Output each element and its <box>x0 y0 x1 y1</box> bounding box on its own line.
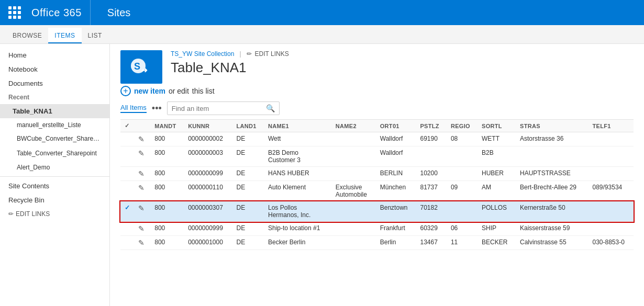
cell-name1: B2B Demo Customer 3 <box>264 146 331 167</box>
cell-name2 <box>331 132 376 146</box>
col-telf1[interactable]: TELF1 <box>589 120 634 132</box>
cell-telf1 <box>589 132 634 146</box>
table-row: ✎8000000001000DEBecker BerlinBerlin13467… <box>120 236 634 250</box>
row-edit[interactable]: ✎ <box>134 167 150 181</box>
row-check[interactable] <box>120 146 134 167</box>
cell-mandt: 800 <box>150 222 184 236</box>
cell-pstlz <box>416 146 446 167</box>
cell-sortl: WETT <box>478 132 516 146</box>
sidebar-item-alert-demo[interactable]: Alert_Demo <box>0 161 109 174</box>
col-stras[interactable]: STRAS <box>516 120 589 132</box>
sidebar-item-notebook[interactable]: Notebook <box>0 62 109 76</box>
cell-ort01: Benztown <box>376 201 416 222</box>
row-check[interactable] <box>120 167 134 181</box>
sidebar-item-table-kna1[interactable]: Table_KNA1 <box>0 104 109 118</box>
tab-list[interactable]: LIST <box>82 28 108 43</box>
tab-items[interactable]: ITEMS <box>48 28 81 43</box>
row-edit[interactable]: ✎ <box>134 132 150 146</box>
sidebar-item-recycle-bin[interactable]: Recycle Bin <box>0 193 109 207</box>
cell-mandt: 800 <box>150 236 184 250</box>
cell-regio: 09 <box>447 181 478 201</box>
title-section: TS_YW Site Collection | ✏ EDIT LINKS Tab… <box>171 50 289 82</box>
app-logo: Office 365 <box>31 0 91 25</box>
col-name1[interactable]: NAME1 <box>264 120 331 132</box>
sidebar: Home Notebook Documents Recent Table_KNA… <box>0 44 110 306</box>
cell-pstlz: 69190 <box>416 132 446 146</box>
data-table: ✓ MANDT KUNNR LAND1 NAME1 NAME2 ORT01 PS… <box>120 119 634 250</box>
row-check[interactable]: ✓ <box>120 201 134 222</box>
breadcrumb-site[interactable]: TS_YW Site Collection <box>171 50 234 58</box>
sharepoint-logo: S ➜ <box>120 50 162 84</box>
sidebar-item-bwcube[interactable]: BWCube_Converter_Sharepoint <box>0 132 109 146</box>
row-edit[interactable]: ✎ <box>134 201 150 222</box>
cell-mandt: 800 <box>150 181 184 201</box>
tab-browse[interactable]: BROWSE <box>6 28 48 43</box>
cell-name1: Ship-to location #1 <box>264 222 331 236</box>
search-button[interactable]: 🔍 <box>262 102 279 115</box>
col-mandt[interactable]: MANDT <box>150 120 184 132</box>
edit-this-list-link[interactable]: this list <box>192 87 215 95</box>
cell-ort01: Berlin <box>376 236 416 250</box>
cell-kunnr: 0000000999 <box>184 222 232 236</box>
cell-mandt: 800 <box>150 167 184 181</box>
checkbox-all[interactable]: ✓ <box>125 122 129 129</box>
cell-kunnr: 0000001000 <box>184 236 232 250</box>
sidebar-item-site-contents[interactable]: Site Contents <box>0 179 109 193</box>
cell-kunnr: 0000000003 <box>184 146 232 167</box>
col-pstlz[interactable]: PSTLZ <box>416 120 446 132</box>
cell-land1: DE <box>232 132 264 146</box>
row-edit[interactable]: ✎ <box>134 181 150 201</box>
table-row: ✎8000000000999DEShip-to location #1Frank… <box>120 222 634 236</box>
col-land1[interactable]: LAND1 <box>232 120 264 132</box>
col-regio[interactable]: REGIO <box>447 120 478 132</box>
cell-name2 <box>331 222 376 236</box>
row-check[interactable] <box>120 132 134 146</box>
cell-sortl: AM <box>478 181 516 201</box>
table-row: ✎8000000000002DEWettWalldorf6919008WETTA… <box>120 132 634 146</box>
cell-regio: 08 <box>447 132 478 146</box>
app-grid-icon[interactable] <box>6 4 23 21</box>
cell-telf1 <box>589 146 634 167</box>
cell-name1: Wett <box>264 132 331 146</box>
row-check[interactable] <box>120 222 134 236</box>
edit-links-label: EDIT LINKS <box>16 210 50 218</box>
svg-text:➜: ➜ <box>141 66 148 74</box>
table-header-row: ✓ MANDT KUNNR LAND1 NAME1 NAME2 ORT01 PS… <box>120 120 634 132</box>
sidebar-item-manuell[interactable]: manuell_erstellte_Liste <box>0 118 109 132</box>
all-items-view[interactable]: All Items <box>120 104 147 113</box>
row-check[interactable] <box>120 181 134 201</box>
cell-name1: Los Pollos Hermanos, Inc. <box>264 201 331 222</box>
cell-ort01: Frankfurt <box>376 222 416 236</box>
sidebar-item-documents[interactable]: Documents <box>0 76 109 90</box>
col-check: ✓ <box>120 120 134 132</box>
col-ort01[interactable]: ORT01 <box>376 120 416 132</box>
breadcrumb-edit-links[interactable]: EDIT LINKS <box>255 50 289 58</box>
cell-name2 <box>331 167 376 181</box>
sidebar-item-table-converter[interactable]: Table_Converter_Sharepoint <box>0 146 109 161</box>
col-kunnr[interactable]: KUNNR <box>184 120 232 132</box>
row-edit[interactable]: ✎ <box>134 146 150 167</box>
app-title: Office 365 <box>31 7 82 19</box>
row-edit[interactable]: ✎ <box>134 222 150 236</box>
row-edit[interactable]: ✎ <box>134 236 150 250</box>
sidebar-item-home[interactable]: Home <box>0 48 109 62</box>
col-sortl[interactable]: SORTL <box>478 120 516 132</box>
sidebar-recent-header: Recent <box>0 90 109 104</box>
new-item-link[interactable]: new item <box>134 87 165 95</box>
content-area: S ➜ TS_YW Site Collection | ✏ EDIT LINKS… <box>110 44 644 306</box>
site-title: Sites <box>107 7 130 19</box>
pencil-icon: ✏ <box>8 210 14 218</box>
row-check[interactable] <box>120 236 134 250</box>
sp-logo-icon: S ➜ <box>129 56 154 77</box>
svg-text:S: S <box>134 61 140 72</box>
cell-telf1: 030-8853-0 <box>589 236 634 250</box>
sidebar-edit-links[interactable]: ✏ EDIT LINKS <box>0 207 109 221</box>
cell-pstlz: 81737 <box>416 181 446 201</box>
breadcrumb: TS_YW Site Collection | ✏ EDIT LINKS <box>171 50 289 58</box>
cell-regio: 11 <box>447 236 478 250</box>
search-input[interactable] <box>168 103 262 115</box>
col-name2[interactable]: NAME2 <box>331 120 376 132</box>
page-title: Table_KNA1 <box>171 60 289 76</box>
more-views-icon[interactable]: ••• <box>152 103 162 114</box>
new-item-plus-icon[interactable]: + <box>120 86 131 96</box>
